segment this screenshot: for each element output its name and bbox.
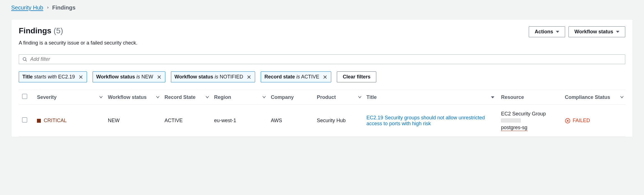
col-title[interactable]: Title: [366, 94, 377, 101]
select-all-checkbox[interactable]: [22, 94, 27, 99]
filter-chip[interactable]: Workflow status is NEW: [93, 71, 165, 82]
finding-title-link[interactable]: EC2.19 Security groups should not allow …: [366, 115, 485, 126]
filter-input-container[interactable]: [19, 54, 625, 64]
caret-down-icon: [616, 31, 619, 33]
remove-chip-icon[interactable]: [78, 75, 83, 80]
chip-field: Record state: [264, 74, 295, 80]
table-row: CRITICAL NEW ACTIVE eu-west-1 AWS Securi…: [19, 105, 625, 137]
compliance-status-text: FAILED: [573, 118, 590, 124]
sort-icon[interactable]: [204, 96, 207, 98]
page-description: A finding is a security issue or a faile…: [19, 40, 625, 46]
chip-field: Workflow status: [175, 74, 213, 80]
severity-indicator-icon: [37, 119, 41, 123]
col-company[interactable]: Company: [271, 94, 294, 100]
workflow-status-dropdown-label: Workflow status: [574, 29, 613, 35]
severity-cell: CRITICAL: [37, 118, 101, 124]
actions-dropdown[interactable]: Actions: [529, 26, 565, 37]
failed-icon: [565, 118, 570, 124]
compliance-status-cell: FAILED: [565, 118, 622, 124]
row-checkbox[interactable]: [22, 117, 27, 122]
sort-icon[interactable]: [98, 96, 101, 98]
chip-value: NOTIFIED: [220, 74, 243, 80]
workflow-status-dropdown[interactable]: Workflow status: [568, 26, 625, 37]
sort-icon-active[interactable]: [491, 96, 494, 98]
col-compliance-status[interactable]: Compliance Status: [565, 94, 610, 101]
sort-icon[interactable]: [356, 96, 360, 98]
page-title: Findings (5): [19, 26, 63, 35]
filter-chip[interactable]: Title starts with EC2.19: [19, 71, 87, 82]
chip-value: NEW: [142, 74, 153, 80]
filter-chips-row: Title starts with EC2.19 Workflow status…: [19, 71, 625, 82]
remove-chip-icon[interactable]: [157, 75, 162, 80]
col-product[interactable]: Product: [317, 94, 336, 101]
redacted-block: [501, 119, 521, 122]
breadcrumb-root-link[interactable]: Security Hub: [11, 4, 43, 11]
col-resource[interactable]: Resource: [501, 94, 524, 100]
breadcrumb-current: Findings: [52, 4, 76, 11]
chip-op: is: [215, 74, 218, 80]
product-cell: Security Hub: [314, 105, 363, 137]
breadcrumb: Security Hub Findings: [11, 4, 633, 11]
remove-chip-icon[interactable]: [323, 75, 328, 80]
svg-point-0: [23, 57, 26, 61]
findings-panel: Findings (5) Actions Workflow status A f…: [11, 19, 633, 137]
resource-cell: EC2 Security Group postgres-sg: [498, 105, 561, 137]
resource-type: EC2 Security Group: [501, 110, 558, 117]
findings-table: Severity Workflow status Record State Re…: [19, 90, 625, 137]
svg-line-1: [25, 60, 27, 61]
findings-count: (5): [53, 26, 63, 35]
col-severity[interactable]: Severity: [37, 94, 57, 101]
workflow-status-cell: NEW: [104, 105, 161, 137]
chip-value: EC2.19: [58, 74, 75, 80]
remove-chip-icon[interactable]: [246, 75, 252, 80]
company-cell: AWS: [267, 105, 314, 137]
chip-op: is: [296, 74, 300, 80]
col-record-state[interactable]: Record State: [164, 94, 196, 101]
search-icon: [22, 57, 27, 62]
caret-down-icon: [556, 31, 559, 33]
page-title-text: Findings: [19, 26, 51, 35]
col-region[interactable]: Region: [214, 94, 231, 101]
chip-op: is: [137, 74, 140, 80]
actions-dropdown-label: Actions: [535, 29, 553, 35]
record-state-cell: ACTIVE: [161, 105, 211, 137]
chip-value: ACTIVE: [301, 74, 319, 80]
resource-name: postgres-sg: [501, 125, 527, 131]
sort-icon[interactable]: [154, 96, 158, 98]
chip-field: Title: [22, 74, 33, 80]
filter-chip[interactable]: Record state is ACTIVE: [261, 71, 331, 82]
filter-input[interactable]: [30, 56, 622, 62]
chevron-right-icon: [46, 5, 50, 10]
chip-op: starts with: [34, 74, 57, 80]
sort-icon[interactable]: [619, 96, 622, 98]
col-workflow-status[interactable]: Workflow status: [108, 94, 147, 101]
clear-filters-button[interactable]: Clear filters: [337, 71, 376, 82]
severity-text: CRITICAL: [44, 118, 67, 124]
sort-icon[interactable]: [261, 96, 264, 98]
chip-field: Workflow status: [96, 74, 135, 80]
filter-chip[interactable]: Workflow status is NOTIFIED: [171, 71, 255, 82]
region-cell: eu-west-1: [211, 105, 267, 137]
